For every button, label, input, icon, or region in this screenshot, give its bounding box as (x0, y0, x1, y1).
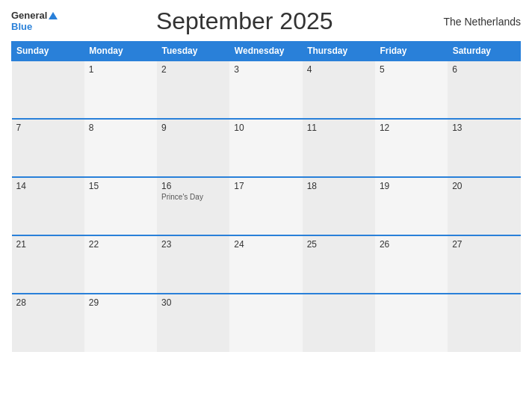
day-number: 4 (307, 64, 371, 75)
calendar-cell: 24 (229, 235, 302, 294)
day-number: 22 (89, 239, 152, 250)
calendar-cell: 16Prince's Day (157, 177, 229, 235)
header-sunday: Sunday (12, 42, 84, 61)
day-number: 12 (380, 123, 443, 133)
week-row-2: 78910111213 (12, 119, 521, 177)
calendar-cell: 5 (375, 61, 448, 119)
day-number: 21 (16, 239, 80, 250)
header-thursday: Thursday (303, 42, 375, 61)
calendar-cell: 14 (12, 177, 84, 235)
calendar-cell: 29 (84, 294, 157, 352)
calendar-cell: 28 (12, 294, 84, 352)
calendar-cell: 7 (12, 119, 84, 177)
calendar-cell: 6 (448, 61, 520, 119)
calendar-cell: 1 (84, 61, 157, 119)
calendar-cell: 27 (448, 235, 520, 294)
day-number: 11 (307, 123, 371, 133)
week-row-1: 123456 (12, 61, 521, 119)
week-row-3: 141516Prince's Day17181920 (12, 177, 521, 235)
day-number: 16 (161, 181, 225, 191)
calendar-cell: 8 (84, 119, 157, 177)
calendar-cell (448, 294, 520, 352)
logo-triangle-icon (49, 12, 58, 19)
day-number: 17 (234, 181, 297, 191)
calendar-cell: 4 (303, 61, 375, 119)
calendar-cell: 15 (84, 177, 157, 235)
day-number: 2 (161, 64, 225, 75)
day-number: 8 (89, 123, 152, 133)
holiday-label: Prince's Day (161, 193, 225, 201)
day-number: 18 (307, 181, 371, 191)
calendar-cell: 3 (229, 61, 302, 119)
day-number: 24 (234, 239, 297, 250)
calendar-cell: 22 (84, 235, 157, 294)
calendar-table: Sunday Monday Tuesday Wednesday Thursday… (11, 41, 521, 352)
day-number: 14 (16, 181, 80, 191)
day-number: 23 (161, 239, 225, 250)
calendar-cell: 2 (157, 61, 229, 119)
calendar-cell: 21 (12, 235, 84, 294)
week-row-4: 21222324252627 (12, 235, 521, 294)
calendar-cell (375, 294, 448, 352)
header-friday: Friday (375, 42, 448, 61)
country-label: The Netherlands (431, 16, 521, 28)
calendar-cell: 10 (229, 119, 302, 177)
logo: General Blue (11, 10, 58, 32)
calendar-cell: 20 (448, 177, 520, 235)
day-number: 20 (452, 181, 516, 191)
calendar-cell (303, 294, 375, 352)
day-number: 5 (380, 64, 443, 75)
header-monday: Monday (84, 42, 157, 61)
header-saturday: Saturday (448, 42, 520, 61)
calendar-body: 12345678910111213141516Prince's Day17181… (12, 61, 521, 352)
week-row-5: 282930 (12, 294, 521, 352)
day-number: 28 (16, 297, 80, 308)
day-number: 29 (89, 297, 152, 308)
day-number: 10 (234, 123, 297, 133)
day-headers-row: Sunday Monday Tuesday Wednesday Thursday… (12, 42, 521, 61)
header-tuesday: Tuesday (157, 42, 229, 61)
day-number: 1 (89, 64, 152, 75)
calendar-cell: 18 (303, 177, 375, 235)
calendar-cell: 26 (375, 235, 448, 294)
calendar-cell: 19 (375, 177, 448, 235)
calendar-cell: 25 (303, 235, 375, 294)
day-number: 30 (161, 297, 225, 308)
calendar-cell (229, 294, 302, 352)
calendar-cell: 12 (375, 119, 448, 177)
day-number: 6 (452, 64, 516, 75)
logo-blue-text: Blue (11, 22, 32, 32)
day-number: 25 (307, 239, 371, 250)
calendar-title: September 2025 (58, 7, 431, 35)
calendar-cell: 9 (157, 119, 229, 177)
calendar-cell: 13 (448, 119, 520, 177)
calendar-cell: 17 (229, 177, 302, 235)
logo-general-text: General (11, 10, 47, 21)
day-number: 15 (89, 181, 152, 191)
calendar-cell: 23 (157, 235, 229, 294)
calendar-cell: 30 (157, 294, 229, 352)
calendar-header: General Blue September 2025 The Netherla… (11, 7, 521, 35)
day-number: 27 (452, 239, 516, 250)
calendar-container: General Blue September 2025 The Netherla… (0, 0, 532, 411)
calendar-cell: 11 (303, 119, 375, 177)
day-number: 26 (380, 239, 443, 250)
calendar-cell (12, 61, 84, 119)
day-number: 9 (161, 123, 225, 133)
day-number: 13 (452, 123, 516, 133)
day-number: 7 (16, 123, 80, 133)
day-number: 19 (380, 181, 443, 191)
header-wednesday: Wednesday (229, 42, 302, 61)
day-number: 3 (234, 64, 297, 75)
